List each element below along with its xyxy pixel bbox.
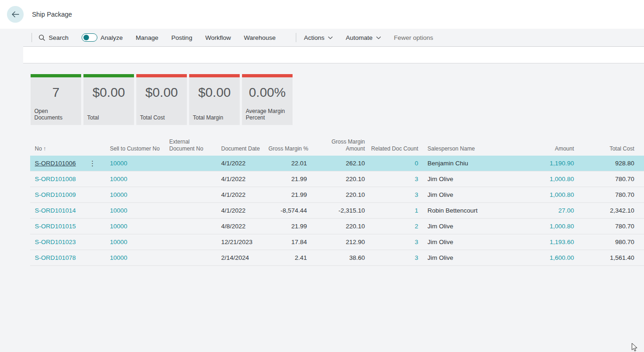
table-row[interactable]: S-ORD101014 10000 4/1/2022 -8,574.44 -2,… [30,203,644,219]
column-header-salesperson-name[interactable]: Salesperson Name [424,145,510,152]
status-bar-favorable [83,74,134,77]
filter-bar [23,47,644,63]
column-header-sell-to-customer-no[interactable]: Sell to Customer No [105,145,165,152]
salesperson-name: Jim Olive [424,191,510,198]
related-doc-count-link[interactable]: 2 [414,223,418,230]
column-header-total-cost[interactable]: Total Cost [580,145,644,152]
column-header-related-doc-count[interactable]: Related Doc Count [370,145,424,152]
actions-dropdown[interactable]: Actions [304,34,332,41]
document-date: 4/1/2022 [217,191,268,198]
total-cost: 2,342.10 [580,207,644,214]
sell-to-customer-link[interactable]: 10000 [110,239,128,245]
gross-margin-amount: 220.10 [312,191,370,198]
document-no-link[interactable]: S-ORD101006 [35,160,76,167]
sell-to-customer-link[interactable]: 10000 [110,254,128,261]
related-doc-count-link[interactable]: 3 [414,176,418,182]
column-header-gross-margin-pct[interactable]: Gross Margin % [268,145,312,152]
table-row[interactable]: S-ORD101015 10000 4/8/2022 21.99 220.10 … [30,219,644,234]
back-button[interactable] [7,6,24,23]
salesperson-name: Robin Bettencourt [424,207,510,214]
menu-item-posting[interactable]: Posting [172,34,192,41]
column-header-amount[interactable]: Amount [510,145,580,152]
gross-margin-pct: -8,574.44 [268,207,312,214]
toolbar-divider [32,33,32,42]
table-row[interactable]: S-ORD101023 10000 12/21/2023 17.84 212.9… [30,234,644,250]
action-toolbar: Search Analyze Manage Posting Workflow W… [23,29,644,46]
cue-tile-total[interactable]: $0.00 Total [83,74,134,125]
sell-to-customer-link[interactable]: 10000 [110,176,128,182]
amount-link[interactable]: 1,000.80 [549,223,574,230]
fewer-options-button[interactable]: Fewer options [394,34,434,41]
gross-margin-amount: 262.10 [312,160,370,167]
amount-link[interactable]: 1,190.90 [549,160,574,167]
column-header-external-document-no[interactable]: External Document No [165,138,217,152]
tile-value: $0.00 [136,85,187,101]
tile-value: 7 [31,85,81,101]
gross-margin-amount: 38.60 [312,254,370,261]
document-no-link[interactable]: S-ORD101009 [35,191,76,198]
document-no-link[interactable]: S-ORD101008 [35,176,76,182]
status-bar-unfavorable [242,74,293,77]
sell-to-customer-link[interactable]: 10000 [110,160,128,167]
total-cost: 928.80 [580,160,644,167]
sort-ascending-icon: ↑ [43,145,46,152]
document-date: 12/21/2023 [217,239,268,245]
document-no-link[interactable]: S-ORD101078 [35,254,76,261]
gross-margin-pct: 22.01 [268,160,312,167]
search-button[interactable]: Search [38,34,69,41]
document-no-link[interactable]: S-ORD101023 [35,239,76,245]
table-row[interactable]: S-ORD101078 10000 2/14/2024 2.41 38.60 3… [30,250,644,266]
document-date: 4/1/2022 [217,160,268,167]
gross-margin-pct: 21.99 [268,176,312,182]
amount-link[interactable]: 1,000.80 [549,191,574,198]
search-label: Search [49,34,69,41]
analyze-toggle[interactable] [82,33,97,42]
document-no-link[interactable]: S-ORD101014 [35,207,76,214]
related-doc-count-link[interactable]: 3 [414,254,418,261]
sell-to-customer-link[interactable]: 10000 [110,207,128,214]
document-date: 4/1/2022 [217,176,268,182]
cue-tile-average-margin-percent[interactable]: 0.00% Average Margin Percent [242,74,293,125]
status-bar-unfavorable [189,74,240,77]
gross-margin-amount: 212.90 [312,239,370,245]
table-row[interactable]: S-ORD101009 10000 4/1/2022 21.99 220.10 … [30,187,644,203]
automate-dropdown[interactable]: Automate [346,34,381,41]
sell-to-customer-link[interactable]: 10000 [110,223,128,230]
title-bar: Ship Package [0,0,644,29]
row-menu-icon[interactable]: ⋮ [89,160,96,167]
total-cost: 780.70 [580,176,644,182]
chevron-down-icon [328,36,333,39]
related-doc-count-link[interactable]: 3 [414,239,418,245]
status-bar-favorable [31,74,81,77]
search-icon [38,34,45,41]
related-doc-count-link[interactable]: 0 [414,160,418,167]
analyze-label: Analyze [101,34,123,41]
menu-item-manage[interactable]: Manage [136,34,159,41]
column-header-document-date[interactable]: Document Date [217,145,268,152]
cue-tile-total-margin[interactable]: $0.00 Total Margin [189,74,240,125]
column-header-gross-margin-amount[interactable]: Gross Margin Amount [312,138,370,152]
menu-item-warehouse[interactable]: Warehouse [244,34,276,41]
back-arrow-icon [12,11,19,18]
automate-label: Automate [346,34,373,41]
chevron-down-icon [376,36,381,39]
total-cost: 1,561.40 [580,254,644,261]
menu-item-workflow[interactable]: Workflow [205,34,231,41]
table-row[interactable]: S-ORD101006 ⋮ 10000 4/1/2022 22.01 262.1… [30,156,644,171]
tile-label: Total Cost [136,114,187,125]
related-doc-count-link[interactable]: 1 [414,207,418,214]
amount-link[interactable]: 1,000.80 [549,176,574,182]
amount-link[interactable]: 27.00 [558,207,574,214]
tile-value: 0.00% [242,85,293,101]
sell-to-customer-link[interactable]: 10000 [110,191,128,198]
cue-tile-total-cost[interactable]: $0.00 Total Cost [136,74,187,125]
cue-tile-open-documents[interactable]: 7 Open Documents [31,74,81,125]
amount-link[interactable]: 1,193.60 [549,239,574,245]
column-header-no[interactable]: No↑ [30,145,105,152]
amount-link[interactable]: 1,600.00 [549,254,574,261]
table-row[interactable]: S-ORD101008 10000 4/1/2022 21.99 220.10 … [30,171,644,187]
document-no-link[interactable]: S-ORD101015 [35,223,76,230]
related-doc-count-link[interactable]: 3 [414,191,418,198]
toggle-knob [83,35,89,40]
table-header-row: No↑ Sell to Customer No External Documen… [30,135,644,156]
